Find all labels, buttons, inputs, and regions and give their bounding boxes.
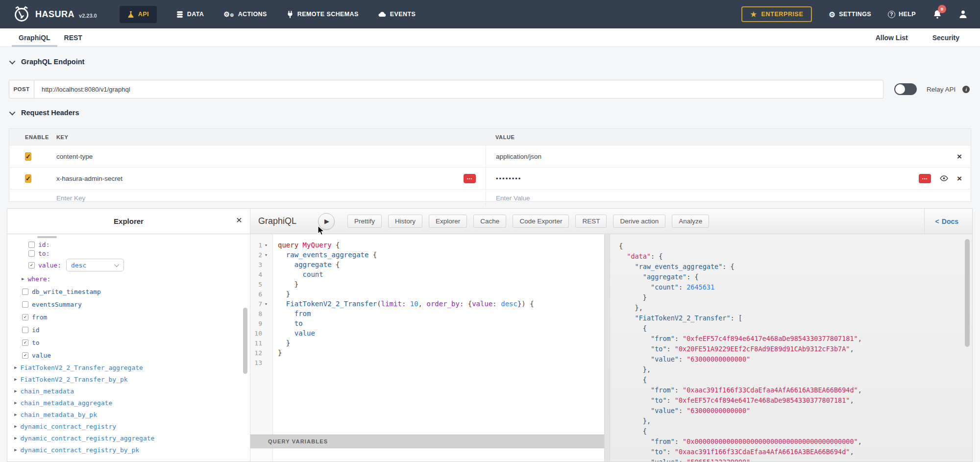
docs-link[interactable]: < Docs — [924, 209, 972, 234]
checkbox[interactable] — [22, 301, 28, 308]
expand-triangle-icon[interactable]: ▶ — [14, 377, 17, 382]
explorer-field-value[interactable]: ✓ value — [7, 349, 250, 362]
expand-triangle-icon[interactable]: ▶ — [14, 389, 17, 393]
secret-manager-icon[interactable]: ••• — [919, 174, 931, 183]
chevron-down-icon — [9, 58, 16, 64]
database-icon — [176, 11, 183, 18]
nav-item-remote-schemas[interactable]: REMOTE SCHEMAS — [287, 11, 359, 18]
explorer-table-item[interactable]: ▶ dynamic_contract_registry_aggregate — [7, 432, 250, 444]
graphql-endpoint-section-toggle[interactable]: GraphQL Endpoint — [11, 58, 84, 66]
nav-item-api[interactable]: API — [120, 6, 157, 23]
explorer-button[interactable]: Explorer — [429, 215, 467, 228]
link-security[interactable]: Security — [927, 28, 965, 47]
explorer-arg-id[interactable]: id: — [7, 240, 250, 249]
explorer-table-item[interactable]: ▶ dynamic_contract_registry_by_pk — [7, 444, 250, 456]
enterprise-button[interactable]: ★ ENTERPRISE — [741, 6, 812, 22]
header-value[interactable]: application/json — [496, 153, 541, 160]
checkbox[interactable] — [22, 327, 28, 333]
header-enable-checkbox[interactable]: ✓ — [25, 152, 31, 161]
explorer-table-item[interactable]: ▶ FiatTokenV2_2_Transfer_by_pk — [7, 373, 250, 385]
header-value-masked[interactable]: •••••••• — [496, 175, 521, 182]
nav-item-actions[interactable]: ⚙⚙ ACTIONS — [223, 11, 267, 18]
query-variables-editor[interactable] — [250, 448, 604, 462]
checkbox[interactable]: ✓ — [22, 340, 28, 346]
header-key[interactable]: content-type — [56, 153, 93, 160]
response-pane: { "data": { "raw_events_aggregate": { "a… — [610, 234, 972, 462]
star-icon: ★ — [750, 11, 757, 18]
checkbox[interactable]: ✓ — [22, 314, 28, 320]
analyze-button[interactable]: Analyze — [672, 215, 709, 228]
expand-triangle-icon[interactable]: ▶ — [14, 447, 17, 452]
derive-action-button[interactable]: Derive action — [613, 215, 665, 228]
checkbox[interactable] — [22, 289, 28, 295]
tabbar-right-links: Allow List Security — [870, 28, 980, 47]
response-scrollbar-thumb[interactable] — [965, 239, 970, 347]
nav-item-label: API — [138, 11, 149, 18]
info-icon[interactable]: i — [962, 86, 970, 93]
scrolled-element-fragment — [37, 236, 57, 238]
nav-item-events[interactable]: EVENTS — [378, 11, 416, 18]
expand-triangle-icon[interactable]: ▶ — [14, 436, 17, 440]
brand-version: v2.23.0 — [79, 13, 97, 19]
checkbox[interactable]: ✓ — [22, 352, 28, 359]
order-direction-dropdown[interactable]: desc — [66, 259, 124, 271]
expand-triangle-icon[interactable]: ▶ — [14, 424, 17, 429]
explorer-field-from[interactable]: ✓ from — [7, 311, 250, 323]
help-button[interactable]: ? HELP — [888, 11, 916, 18]
settings-button[interactable]: ⚙ SETTINGS — [829, 11, 871, 18]
endpoint-url-input[interactable]: http://localhost:8080/v1/graphql — [34, 80, 883, 98]
prettify-button[interactable]: Prettify — [347, 215, 382, 228]
explorer-arg-where[interactable]: ▶ where: — [7, 272, 250, 285]
explorer-table-item[interactable]: ▶ chain_metadata — [7, 385, 250, 397]
explorer-field-events-summary[interactable]: eventsSummary — [7, 298, 250, 311]
remove-header-icon[interactable]: × — [957, 152, 962, 161]
request-headers-section-toggle[interactable]: Request Headers — [11, 109, 79, 117]
reveal-value-eye-icon[interactable] — [940, 175, 948, 181]
cache-button[interactable]: Cache — [473, 215, 506, 228]
notifications-button[interactable]: 9 — [932, 9, 942, 20]
explorer-field-db-write-timestamp[interactable]: db_write_timestamp — [7, 285, 250, 298]
header-key[interactable]: x-hasura-admin-secret — [56, 175, 122, 182]
history-button[interactable]: History — [388, 215, 422, 228]
tab-rest[interactable]: REST — [57, 28, 89, 47]
expand-triangle-icon[interactable]: ▶ — [14, 400, 17, 405]
user-icon[interactable] — [959, 10, 967, 19]
expand-triangle-icon[interactable]: ▶ — [14, 365, 17, 370]
query-editor[interactable]: 1▾2▾34567▾8910111213 query MyQuery { raw… — [250, 234, 604, 462]
header-enable-checkbox[interactable]: ✓ — [25, 174, 31, 183]
query-code[interactable]: query MyQuery { raw_events_aggregate { a… — [278, 240, 604, 367]
relay-api-toggle[interactable] — [894, 83, 917, 95]
nav-item-data[interactable]: DATA — [176, 11, 204, 18]
relay-api-label: Relay API — [927, 86, 956, 93]
hasura-brand[interactable]: HASURA v2.23.0 — [13, 5, 97, 23]
remove-header-icon[interactable]: × — [957, 174, 962, 183]
checkbox[interactable] — [28, 242, 35, 248]
rest-button[interactable]: REST — [575, 215, 607, 228]
execute-query-button[interactable]: ▶ — [318, 213, 335, 230]
explorer-field-to[interactable]: ✓ to — [7, 336, 250, 349]
close-icon[interactable]: × — [236, 215, 242, 225]
col-key-label: KEY — [48, 134, 486, 140]
explorer-scrollbar-thumb[interactable] — [243, 308, 247, 374]
checkbox[interactable] — [28, 250, 35, 257]
expand-triangle-icon[interactable]: ▶ — [22, 276, 24, 281]
new-header-value-input[interactable]: Enter Value — [496, 195, 530, 202]
link-allow-list[interactable]: Allow List — [870, 28, 914, 47]
checkbox[interactable]: ✓ — [28, 262, 35, 268]
explorer-table-item[interactable]: ▶ chain_metadata_by_pk — [7, 409, 250, 420]
query-variables-bar[interactable]: QUERY VARIABLES — [250, 435, 604, 448]
explorer-table-item[interactable]: ▶ FiatTokenV2_2_Transfer_aggregate — [7, 362, 250, 373]
code-exporter-button[interactable]: Code Exporter — [513, 215, 569, 228]
tab-graphiql[interactable]: GraphiQL — [12, 28, 57, 47]
explorer-arg-to[interactable]: to: — [7, 249, 250, 258]
explorer-field-id[interactable]: id — [7, 323, 250, 336]
explorer-table-item[interactable]: ▶ chain_metadata_aggregate — [7, 397, 250, 409]
expand-triangle-icon[interactable]: ▶ — [14, 412, 17, 417]
new-header-key-input[interactable]: Enter Key — [56, 195, 85, 202]
secret-manager-icon[interactable]: ••• — [464, 174, 476, 183]
explorer-table-item[interactable]: ▶ dynamic_contract_registry — [7, 420, 250, 432]
explorer-arg-value[interactable]: ✓ value: desc — [7, 258, 250, 272]
hasura-logo-icon — [13, 5, 30, 23]
help-label: HELP — [899, 11, 916, 18]
pane-resize-handle[interactable] — [604, 234, 610, 462]
